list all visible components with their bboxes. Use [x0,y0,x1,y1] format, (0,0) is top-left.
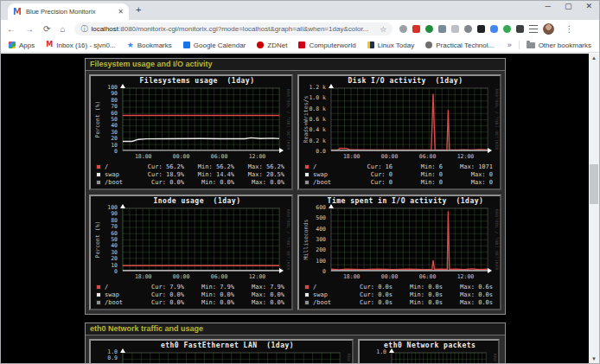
gmail-icon: M [46,42,53,48]
plot-area [122,352,341,363]
globe-extension-icon[interactable] [425,25,433,33]
calendar-icon [183,42,190,48]
legend-stat-min: Min: 7.9% [184,284,234,291]
dark-extension-icon[interactable] [477,25,485,33]
legend-swatch [304,284,310,290]
back-icon[interactable]: ← [7,24,16,34]
y-tick-label: 300 [316,236,326,243]
forward-icon[interactable]: → [25,24,34,34]
browser-tab[interactable]: M Blue Precision Monitorix ✕ [8,3,129,20]
legend-stat-cur: Cur: 0.0% [134,179,184,186]
y-tick-label: 60 [111,230,118,237]
bookmark-zdnet[interactable]: ZDNet [257,42,287,49]
search-extension-icon[interactable] [399,25,407,33]
y-tick-label: 40 [111,242,118,249]
gray-extension-icon[interactable] [451,25,459,33]
section-title: eth0 Network traffic and usage [86,323,505,335]
graph-title: eth0 Network packets (1day) [384,342,486,349]
y-tick-label: 0.9 [107,354,118,361]
x-tick-label: 00:00 [381,273,399,280]
home-icon[interactable]: ⌂ [60,24,65,34]
bookmarks-overflow-icon[interactable]: » [507,41,512,49]
pin-extension-icon[interactable] [516,25,524,33]
series-line-/ [331,94,488,150]
site-info-icon[interactable]: ⓘ [80,24,87,34]
graph-filesystems-usage[interactable]: Filesystems usage (1day) Percent (%) 010… [89,74,293,190]
y-tick-label: 500 [316,214,326,221]
bookmark-bookmarks[interactable]: ★ Bookmarks [127,42,172,49]
section-title: Filesystem usage and I/O activity [86,59,505,71]
x-tick-label: 12:00 [249,273,266,280]
y-axis-ticks: 0102030405060708090100 [91,208,119,271]
address-bar[interactable]: ⓘ localhost:8080/monitorix-cgi/monitorix… [74,22,393,35]
scrollbar-thumb[interactable] [590,164,598,204]
bookmark-star-icon[interactable]: ☆ [380,25,386,34]
copy-extension-icon[interactable] [438,25,446,33]
legend-row: /bootCur: 0Min: 0Max: 0 [304,178,493,186]
legend-stat-min: Min: 0.0% [184,291,234,298]
legend-name: / [313,284,342,291]
legend-stat-cur: Cur: 7.9% [134,284,184,291]
bookmark-inbox[interactable]: M Inbox (16) - sjvn0... [46,42,115,49]
bookmark-practical-technology[interactable]: Practical Technol... [425,42,494,49]
reload-icon[interactable]: ⟳ [43,24,50,34]
scrollbar-down-icon[interactable]: ▼ [589,354,599,363]
legend-stat-max: Max: 0.0% [234,179,284,186]
y-axis-arrow-icon [120,84,125,88]
bookmark-computerworld[interactable]: Computerworld [298,42,355,49]
legend-stat-min: Min: 0.0s [393,291,443,298]
new-tab-button[interactable]: + [136,4,141,15]
x-axis-ticks: 18:0000:0006:0012:00 [122,273,280,280]
y-tick-label: 0.8 k [309,105,326,112]
legend-stat-min: Min: 56.2% [184,163,234,170]
legend-stat-cur: Cur: 0.0% [134,291,184,298]
y-tick-label: 50 [111,236,118,243]
pocket-extension-icon[interactable] [490,25,498,33]
url-host: localhost [91,25,118,33]
legend-stat-max: Max: 0.6s [443,284,493,291]
x-tick-label: 00:00 [381,153,399,160]
menu-dots-icon[interactable]: ⋮ [565,24,573,34]
legend-name: / [313,163,342,170]
url-path: :8080/monitorix-cgi/monitorix.cgi?mode=l… [118,25,368,33]
eye-extension-icon[interactable] [464,25,472,33]
section-eth0-network: eth0 Network traffic and usage eth0 Fast… [85,322,506,363]
green-extension-icon[interactable] [503,25,511,33]
rrdtool-watermark: RRDTOOL / TOBI OETIKER [493,354,497,363]
y-tick-label: 0 [322,268,326,275]
mail-extension-icon[interactable] [412,25,420,33]
computerworld-icon [298,42,305,48]
graph-inode-usage[interactable]: Inode usage (1day) Percent (%) 010203040… [89,195,293,310]
page-scrollbar[interactable]: ▲ ▼ [589,54,599,363]
graph-eth0-network-packets[interactable]: eth0 Network packets (1day) Packets/s 1.… [358,339,500,363]
profile-avatar[interactable] [543,23,554,35]
close-icon[interactable]: ✕ [585,2,592,10]
graph-time-spent-io[interactable]: Time spent in I/O activity (1day) Millis… [297,195,501,310]
graph-disk-io-activity[interactable]: Disk I/O activity (1day) Reads+Writes/s … [297,74,501,190]
bookmark-apps[interactable]: Apps [9,42,35,49]
graph-title: Inode usage (1day) [115,197,279,205]
legend-swatch [96,172,101,177]
bookmarks-bar: Apps M Inbox (16) - sjvn0... ★ Bookmarks… [1,38,599,53]
tab-close-icon[interactable]: ✕ [118,8,124,16]
graph-eth0-fastethernet-lan[interactable]: eth0 FastEthernet LAN (1day) 1.00.9 RRDT… [89,339,354,363]
bookmarks-bar-right: » Other bookmarks [507,41,591,49]
other-bookmarks-button[interactable]: Other bookmarks [527,42,591,49]
zdnet-icon [257,42,264,48]
bookmark-google-calendar[interactable]: Google Calendar [183,42,246,49]
y-tick-label: 100 [107,84,118,91]
minimize-icon[interactable]: ─ [546,2,551,10]
plot-area [391,352,487,363]
section-filesystem: Filesystem usage and I/O activity Filesy… [85,58,506,315]
section-body: Filesystems usage (1day) Percent (%) 010… [86,71,505,314]
maximize-icon[interactable]: ▢ [565,2,572,10]
browser-window: M Blue Precision Monitorix ✕ + ─ ▢ ✕ ← →… [0,0,600,364]
monitorix-favicon: M [13,8,22,16]
bookmark-linux-today[interactable]: Linux Today [367,42,415,49]
scrollbar-up-icon[interactable]: ▲ [589,54,599,62]
extensions-row: ⋮ [399,23,573,35]
legend-stat-max: Max: 7.9% [234,284,284,291]
legend-stat-max: Max: 0.0% [234,291,284,298]
tune-icon[interactable] [529,25,538,33]
star-icon: ★ [127,42,134,48]
